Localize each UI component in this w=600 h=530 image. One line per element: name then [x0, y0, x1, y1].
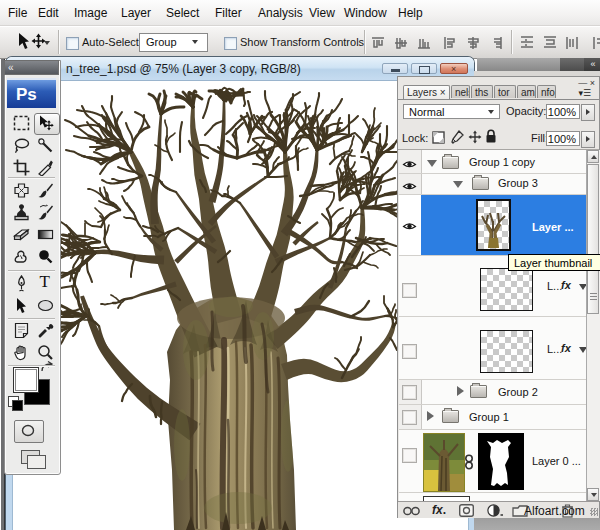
svg-text:T: T — [40, 273, 51, 290]
